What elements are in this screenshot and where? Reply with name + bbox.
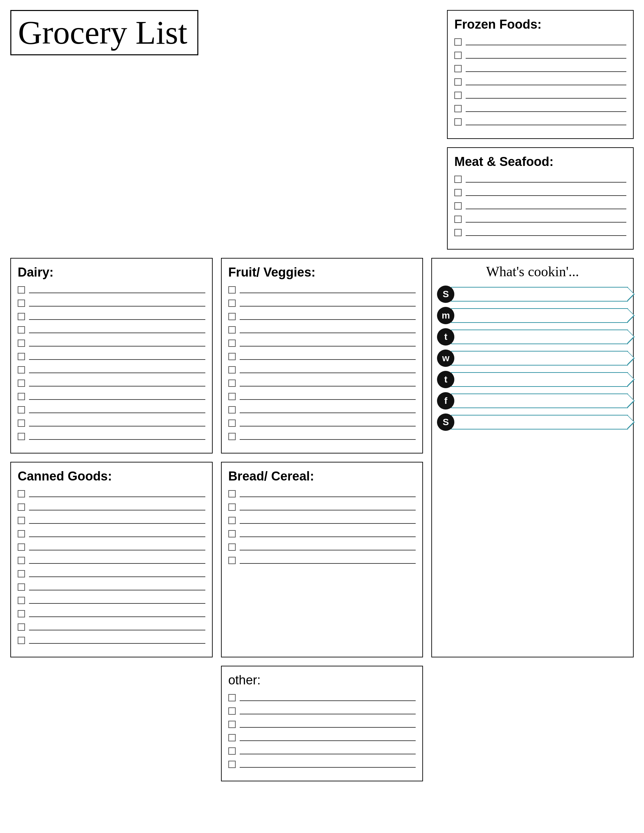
checkbox[interactable] bbox=[18, 624, 25, 631]
checkbox[interactable] bbox=[18, 313, 25, 320]
checkbox[interactable] bbox=[18, 517, 25, 524]
checkbox[interactable] bbox=[454, 202, 462, 209]
checkbox[interactable] bbox=[454, 215, 462, 223]
item-line bbox=[29, 340, 205, 347]
checkbox[interactable] bbox=[18, 570, 25, 577]
checkbox[interactable] bbox=[454, 229, 462, 236]
checkbox[interactable] bbox=[228, 694, 236, 701]
item-line bbox=[29, 637, 205, 644]
checkbox[interactable] bbox=[228, 366, 236, 373]
item-line bbox=[466, 119, 626, 125]
day-arrow bbox=[451, 351, 628, 365]
item-line bbox=[29, 531, 205, 537]
checkbox[interactable] bbox=[228, 286, 236, 294]
checkbox[interactable] bbox=[454, 65, 462, 72]
checkbox[interactable] bbox=[228, 721, 236, 728]
checkbox[interactable] bbox=[18, 503, 25, 511]
list-item bbox=[454, 202, 626, 209]
list-item bbox=[228, 393, 416, 400]
checkbox[interactable] bbox=[228, 490, 236, 497]
checkbox[interactable] bbox=[454, 38, 462, 46]
checkbox[interactable] bbox=[18, 339, 25, 347]
checkbox[interactable] bbox=[454, 189, 462, 196]
checkbox[interactable] bbox=[18, 406, 25, 413]
checkbox[interactable] bbox=[454, 118, 462, 125]
list-item bbox=[228, 406, 416, 413]
item-line bbox=[466, 176, 626, 183]
checkbox[interactable] bbox=[454, 175, 462, 183]
checkbox[interactable] bbox=[18, 490, 25, 497]
checkbox[interactable] bbox=[228, 406, 236, 413]
arrow-body bbox=[451, 394, 628, 408]
checkbox[interactable] bbox=[18, 544, 25, 551]
other-section: other: bbox=[221, 666, 423, 782]
checkbox[interactable] bbox=[228, 433, 236, 440]
checkbox[interactable] bbox=[228, 747, 236, 755]
checkbox[interactable] bbox=[228, 557, 236, 564]
item-line bbox=[240, 557, 416, 564]
checkbox[interactable] bbox=[18, 584, 25, 591]
checkbox[interactable] bbox=[228, 503, 236, 511]
checkbox[interactable] bbox=[18, 637, 25, 644]
meat-seafood-rows bbox=[454, 175, 626, 236]
checkbox[interactable] bbox=[454, 78, 462, 86]
list-item bbox=[454, 92, 626, 99]
other-title: other: bbox=[228, 673, 416, 687]
list-item bbox=[228, 313, 416, 320]
checkbox[interactable] bbox=[18, 557, 25, 564]
checkbox[interactable] bbox=[18, 530, 25, 537]
item-line bbox=[29, 610, 205, 617]
checkbox[interactable] bbox=[18, 286, 25, 294]
list-item bbox=[228, 708, 416, 715]
checkbox[interactable] bbox=[18, 353, 25, 360]
title-box: Grocery List bbox=[10, 10, 198, 55]
item-line bbox=[240, 748, 416, 754]
frozen-foods-section: Frozen Foods: bbox=[447, 10, 634, 139]
checkbox[interactable] bbox=[228, 353, 236, 360]
arrow-tip-inner bbox=[627, 394, 634, 407]
arrow-tip-inner bbox=[627, 352, 634, 364]
top-row: Grocery List Frozen Foods: Meat & Seafoo… bbox=[10, 10, 634, 249]
checkbox[interactable] bbox=[228, 313, 236, 320]
checkbox[interactable] bbox=[454, 51, 462, 59]
checkbox[interactable] bbox=[228, 708, 236, 715]
checkbox[interactable] bbox=[228, 734, 236, 741]
checkbox[interactable] bbox=[18, 597, 25, 604]
checkbox[interactable] bbox=[18, 326, 25, 333]
checkbox[interactable] bbox=[18, 380, 25, 387]
checkbox[interactable] bbox=[18, 366, 25, 373]
checkbox[interactable] bbox=[228, 380, 236, 387]
item-line bbox=[29, 326, 205, 333]
checkbox[interactable] bbox=[228, 420, 236, 427]
checkbox[interactable] bbox=[228, 393, 236, 400]
checkbox[interactable] bbox=[228, 544, 236, 551]
checkbox[interactable] bbox=[454, 105, 462, 112]
meat-seafood-title: Meat & Seafood: bbox=[454, 154, 626, 169]
checkbox[interactable] bbox=[228, 761, 236, 768]
day-row: S bbox=[437, 286, 628, 303]
list-item bbox=[18, 299, 205, 307]
list-item bbox=[18, 353, 205, 360]
list-item bbox=[18, 610, 205, 618]
bread-cereal-title: Bread/ Cereal: bbox=[228, 469, 416, 484]
checkbox[interactable] bbox=[228, 299, 236, 307]
item-line bbox=[240, 393, 416, 400]
checkbox[interactable] bbox=[18, 299, 25, 307]
item-line bbox=[29, 544, 205, 550]
item-line bbox=[29, 286, 205, 293]
checkbox[interactable] bbox=[454, 92, 462, 99]
item-line bbox=[240, 367, 416, 373]
checkbox[interactable] bbox=[18, 610, 25, 618]
item-line bbox=[29, 300, 205, 307]
item-line bbox=[29, 353, 205, 360]
checkbox[interactable] bbox=[228, 517, 236, 524]
checkbox[interactable] bbox=[228, 530, 236, 537]
arrow-body bbox=[451, 308, 628, 323]
arrow-body bbox=[451, 415, 628, 429]
checkbox[interactable] bbox=[228, 339, 236, 347]
checkbox[interactable] bbox=[18, 393, 25, 400]
checkbox[interactable] bbox=[228, 326, 236, 333]
list-item bbox=[228, 326, 416, 333]
checkbox[interactable] bbox=[18, 420, 25, 427]
checkbox[interactable] bbox=[18, 433, 25, 440]
